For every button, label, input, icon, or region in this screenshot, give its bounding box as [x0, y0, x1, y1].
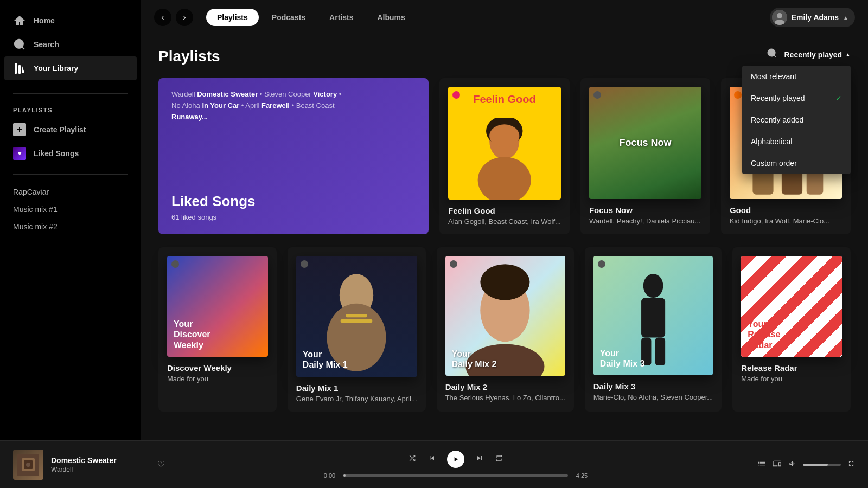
tab-podcasts[interactable]: Podcasts: [261, 9, 316, 26]
liked-songs-button[interactable]: ♥ Liked Songs: [0, 142, 141, 165]
feelin-good-overlay-title: Feelin Good: [473, 93, 536, 105]
player-controls: 0:00 4:25: [174, 451, 738, 479]
home-icon: [13, 14, 26, 27]
dot-pink-icon: [452, 91, 460, 99]
sort-button[interactable]: Recently played ▲: [784, 50, 851, 59]
liked-songs-label: Liked Songs: [34, 149, 79, 158]
sort-option-recently-played[interactable]: Recently played ✓: [742, 87, 851, 109]
volume-bar[interactable]: [803, 464, 841, 466]
playlist-card-daily-mix-3[interactable]: YourDaily Mix 3 Daily Mix 3 Marie-Clo, N…: [585, 247, 722, 412]
liked-songs-sep1: • Steven Cooper: [258, 90, 313, 98]
topbar: ‹ › Playlists Podcasts Artists Albums: [141, 0, 868, 35]
player-song-name: Domestic Sweater: [51, 456, 117, 465]
forward-button[interactable]: ›: [176, 9, 193, 26]
release-radar-name: Release Radar: [741, 363, 842, 373]
sort-option-custom-label: Custom order: [751, 159, 797, 168]
page-title: Playlists: [158, 48, 851, 65]
player-heart-button[interactable]: ♡: [157, 459, 165, 470]
back-button[interactable]: ‹: [154, 9, 171, 26]
daily-mix-3-desc: Marie-Clo, No Aloha, Steven Cooper...: [593, 393, 713, 401]
user-menu[interactable]: Emily Adams ▲: [770, 8, 855, 27]
sort-current-label: Recently played: [784, 50, 842, 59]
create-playlist-button[interactable]: + Create Playlist: [0, 118, 141, 142]
sort-dropdown-menu: Most relevant Recently played ✓ Recently…: [742, 66, 851, 174]
player-bar: Domestic Sweater Wardell ♡ 0:00: [0, 440, 868, 488]
progress-bar[interactable]: [343, 474, 568, 477]
sidebar-playlist-rapcaviar[interactable]: RapCaviar: [0, 183, 141, 201]
queue-button[interactable]: [757, 459, 766, 470]
progress-total: 4:25: [572, 472, 591, 479]
next-button[interactable]: [475, 454, 484, 465]
sidebar-item-search[interactable]: Search: [0, 33, 141, 56]
sort-option-recently-added[interactable]: Recently added: [742, 109, 851, 131]
liked-song-title4: Farewell: [261, 101, 290, 110]
playlist-card-daily-mix-2[interactable]: YourDaily Mix 2 Daily Mix 2 The Serious …: [437, 247, 574, 412]
sidebar-item-library[interactable]: Your Library: [4, 56, 137, 80]
checkmark-icon: ✓: [835, 94, 842, 102]
daily-mix-1-desc: Gene Evaro Jr, Thifany Kauany, April...: [296, 395, 417, 403]
svg-rect-1: [18, 65, 21, 74]
volume-button[interactable]: [788, 459, 796, 470]
sidebar-nav: Home Search Your Library: [0, 0, 141, 89]
svg-rect-23: [641, 298, 665, 337]
fullscreen-button[interactable]: [847, 460, 855, 469]
user-dropdown-arrow-icon: ▲: [843, 15, 848, 21]
player-progress: 0:00 4:25: [320, 472, 591, 479]
player-song-info: Domestic Sweater Wardell ♡: [13, 450, 165, 480]
sort-option-relevant[interactable]: Most relevant: [742, 66, 851, 87]
svg-rect-18: [341, 319, 372, 323]
devices-button[interactable]: [773, 459, 781, 470]
tab-playlists[interactable]: Playlists: [206, 9, 259, 26]
tab-albums[interactable]: Albums: [366, 9, 416, 26]
heart-icon: ♥: [13, 147, 26, 160]
good-vibes-name: Good: [730, 206, 842, 215]
play-pause-button[interactable]: [447, 451, 464, 468]
discover-weekly-overlay: YourDiscoverWeekly: [174, 319, 210, 350]
playlist-card-daily-mix-1[interactable]: YourDaily Mix 1 Daily Mix 1 Gene Evaro J…: [288, 247, 426, 412]
sort-option-alphabetical[interactable]: Alphabetical: [742, 131, 851, 152]
playlists-section-label: PLAYLISTS: [0, 102, 141, 118]
daily-mix-1-overlay: YourDaily Mix 1: [303, 349, 348, 370]
tab-artists[interactable]: Artists: [318, 9, 364, 26]
sort-option-relevant-label: Most relevant: [751, 72, 796, 81]
liked-song-title5: Runaway...: [171, 113, 208, 121]
playlist-card-feelin-good[interactable]: Feelin Good: [439, 78, 570, 234]
plus-icon: +: [13, 123, 26, 136]
player-thumb: [13, 450, 43, 480]
daily-mix-2-overlay: YourDaily Mix 2: [452, 349, 497, 369]
sidebar: Home Search Your Library PLAYLISTS +: [0, 0, 141, 440]
playlist-card-release-radar[interactable]: YourReleaseRadar Release Radar Made for …: [732, 247, 851, 412]
previous-button[interactable]: [427, 454, 436, 465]
filter-search-button[interactable]: [767, 48, 777, 61]
sidebar-item-home[interactable]: Home: [0, 9, 141, 33]
dot-gray-mix2: [450, 260, 457, 268]
main-content: Playlists Recently played ▲ Most relevan…: [141, 35, 868, 440]
liked-songs-card[interactable]: Wardell Domestic Sweater • Steven Cooper…: [158, 78, 429, 234]
sort-option-recently-played-label: Recently played: [751, 94, 805, 102]
liked-songs-sep4: • Beast Coast: [290, 101, 335, 110]
feelin-good-thumb: Feelin Good: [448, 87, 561, 200]
svg-point-8: [489, 124, 519, 147]
nav-buttons: ‹ ›: [154, 9, 193, 26]
svg-point-20: [481, 264, 530, 300]
sort-option-recently-added-label: Recently added: [751, 115, 803, 124]
sidebar-playlist-musicmix1[interactable]: Music mix #1: [0, 201, 141, 218]
tabs: Playlists Podcasts Artists Albums: [206, 9, 416, 26]
avatar: [772, 10, 787, 25]
sort-arrow-icon: ▲: [845, 52, 851, 57]
svg-rect-0: [15, 63, 17, 74]
filter-bar: Recently played ▲ Most relevant Recently…: [767, 48, 851, 61]
sidebar-divider-2: [13, 174, 128, 175]
repeat-button[interactable]: [495, 454, 503, 465]
shuffle-button[interactable]: [408, 454, 417, 465]
sidebar-playlist-musicmix2[interactable]: Music mix #2: [0, 218, 141, 235]
search-icon: [13, 38, 26, 51]
playlist-card-focus-now[interactable]: Focus Now Focus Now Wardell, Peachy!, Da…: [580, 78, 710, 234]
liked-song-title2: Victory: [313, 90, 337, 98]
discover-weekly-desc: Made for you: [167, 375, 268, 383]
sort-option-custom[interactable]: Custom order: [742, 152, 851, 174]
daily-mix-2-name: Daily Mix 2: [445, 382, 565, 391]
playlist-card-discover-weekly[interactable]: YourDiscoverWeekly Discover Weekly Made …: [158, 247, 277, 412]
library-icon: [13, 62, 26, 75]
user-name: Emily Adams: [792, 13, 839, 22]
